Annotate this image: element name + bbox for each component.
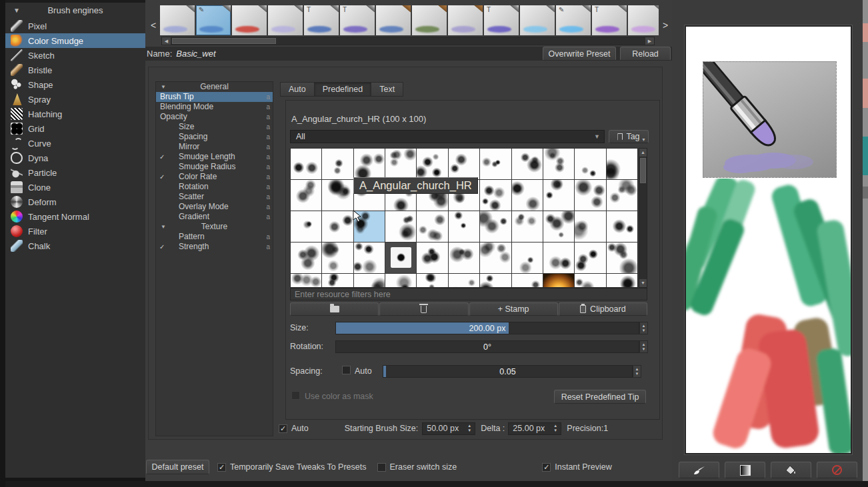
preset-thumbnail[interactable] — [376, 5, 411, 35]
sidebar-item-grid[interactable]: Grid — [5, 121, 145, 136]
brush-option-opacity[interactable]: Opacitya — [156, 112, 273, 122]
brush-tip-cell[interactable] — [291, 149, 321, 179]
brush-tip-cell[interactable] — [291, 211, 321, 242]
brush-tip-cell[interactable] — [417, 211, 447, 242]
brush-tip-cell[interactable] — [385, 274, 416, 288]
spin-down-icon[interactable]: ▼ — [467, 428, 471, 433]
spacing-auto-checkbox[interactable] — [342, 366, 351, 374]
default-preset-button[interactable]: Default preset — [146, 460, 209, 474]
brush-tip-cell[interactable] — [449, 243, 479, 273]
spin-up-icon[interactable]: ▲ — [553, 424, 557, 428]
tab-text[interactable]: Text — [371, 83, 403, 96]
spin-up-icon[interactable]: ▲ — [642, 342, 646, 347]
scroll-up-arrow-icon[interactable]: ▲ — [639, 149, 647, 157]
brush-tip-cell[interactable] — [607, 274, 637, 288]
brush-option-mirror[interactable]: Mirrora — [156, 142, 273, 152]
brush-tip-cell[interactable] — [607, 243, 637, 273]
sidebar-item-bristle[interactable]: Bristle — [5, 63, 145, 77]
sidebar-item-dyna[interactable]: Dyna — [5, 151, 145, 165]
sidebar-item-deform[interactable]: Deform — [5, 195, 145, 209]
spin-down-icon[interactable]: ▼ — [642, 328, 646, 333]
brush-option-blending-mode[interactable]: Blending Modea — [156, 102, 273, 112]
preset-thumbnail[interactable]: T — [592, 5, 627, 35]
brush-tip-cell[interactable] — [575, 149, 605, 179]
brush-tip-cell[interactable] — [512, 243, 543, 273]
save-tweaks-checkbox[interactable] — [217, 463, 226, 472]
brush-tip-cell[interactable] — [449, 274, 479, 288]
brush-tip-cell[interactable] — [480, 180, 511, 211]
reload-button[interactable]: Reload — [620, 47, 671, 61]
spin-down-icon[interactable]: ▼ — [635, 372, 639, 376]
sidebar-item-clone[interactable]: Clone — [5, 180, 145, 195]
preset-strip-scrollbar[interactable]: ◀ ▶ — [161, 37, 655, 45]
brush-tip-cell[interactable] — [354, 149, 385, 179]
preset-thumbnail[interactable] — [232, 5, 267, 35]
options-section-header[interactable]: Texture — [156, 222, 273, 232]
brush-tip-cell[interactable] — [543, 211, 574, 242]
brush-tip-cell[interactable] — [322, 243, 353, 273]
clear-scratchpad-button[interactable] — [817, 462, 857, 478]
brush-tip-cell[interactable] — [480, 149, 511, 179]
brush-tip-cell[interactable] — [575, 211, 605, 242]
brush-tip-cell[interactable] — [607, 211, 637, 242]
preset-thumbnail[interactable]: ✎ — [556, 5, 591, 35]
sidebar-item-sketch[interactable]: Sketch — [5, 48, 145, 63]
brush-tip-cell[interactable] — [543, 149, 574, 179]
spin-down-icon[interactable]: ▼ — [642, 347, 646, 352]
brush-option-color-rate[interactable]: ✓Color Ratea — [156, 172, 273, 182]
import-tip-button[interactable] — [290, 302, 379, 316]
brush-tip-cell[interactable] — [575, 180, 605, 211]
preset-thumbnail[interactable] — [412, 5, 447, 35]
fill-gradient-button[interactable] — [725, 462, 765, 478]
brush-tip-cell[interactable] — [543, 243, 574, 273]
spacing-slider[interactable]: 0.05 — [383, 365, 633, 378]
brush-option-smudge-length[interactable]: ✓Smudge Lengtha — [156, 152, 273, 162]
brush-tip-cell[interactable] — [354, 211, 385, 242]
preset-scroll-left-button[interactable]: < — [148, 19, 159, 32]
preset-thumbnail[interactable]: ✎ — [196, 5, 231, 35]
size-slider[interactable]: 200.00 px — [335, 322, 639, 334]
brush-tip-cell[interactable] — [575, 274, 605, 288]
brush-tip-cell[interactable] — [385, 149, 416, 179]
brush-tip-cell[interactable] — [543, 274, 574, 288]
brush-option-smudge-radius[interactable]: Smudge Radiusa — [156, 162, 273, 172]
paint-on-scratchpad-button[interactable] — [679, 462, 719, 478]
fill-background-button[interactable] — [771, 462, 811, 478]
preset-name-value[interactable]: Basic_wet — [176, 49, 543, 59]
preset-thumbnail[interactable] — [448, 5, 483, 35]
tab-predefined[interactable]: Predefined — [315, 83, 371, 96]
brush-tip-cell[interactable] — [449, 149, 479, 179]
sidebar-item-pixel[interactable]: Pixel — [5, 19, 145, 33]
brush-tip-cell[interactable] — [291, 180, 321, 211]
preset-scroll-right-button[interactable]: > — [660, 19, 671, 32]
tag-filter-dropdown[interactable]: All ▼ — [290, 130, 605, 143]
rotation-spinner[interactable]: ▲▼ — [639, 340, 648, 353]
scrollbar-thumb[interactable] — [172, 38, 276, 44]
scroll-right-arrow-icon[interactable]: ▶ — [645, 37, 654, 45]
reset-predefined-tip-button[interactable]: Reset Predefined Tip — [554, 390, 646, 404]
brush-tip-cell[interactable] — [291, 274, 321, 288]
brush-option-spacing[interactable]: Spacinga — [156, 132, 273, 142]
tag-button[interactable]: Tag ▼ — [609, 130, 649, 143]
brush-tip-cell[interactable] — [512, 180, 543, 211]
brush-tip-cell[interactable] — [512, 149, 543, 179]
sidebar-item-tangent-normal[interactable]: Tangent Normal — [5, 209, 145, 224]
sidebar-item-color-smudge[interactable]: Color Smudge — [5, 33, 145, 48]
brush-option-brush-tip[interactable]: Brush Tipa — [156, 92, 273, 102]
brush-tip-cell[interactable] — [512, 211, 543, 242]
brush-tip-cell[interactable] — [322, 211, 353, 242]
brush-option-pattern[interactable]: Patterna — [156, 232, 273, 242]
brush-option-strength[interactable]: ✓Strengtha — [156, 242, 273, 252]
size-spinner[interactable]: ▲▼ — [639, 322, 648, 334]
clipboard-button[interactable]: Clipboard — [559, 302, 647, 316]
brush-tip-cell[interactable] — [512, 274, 543, 288]
scrollbar-thumb[interactable] — [863, 187, 868, 199]
brush-tip-cell[interactable] — [354, 243, 385, 273]
instant-preview-checkbox[interactable] — [542, 463, 551, 472]
preset-thumbnail[interactable] — [268, 5, 303, 35]
preset-thumbnail[interactable]: T — [484, 5, 519, 35]
scroll-down-arrow-icon[interactable]: ▼ — [639, 279, 647, 287]
brush-option-rotation[interactable]: Rotationa — [156, 182, 273, 192]
brush-tip-cell[interactable] — [322, 180, 353, 211]
brush-option-size[interactable]: Sizea — [156, 122, 273, 132]
